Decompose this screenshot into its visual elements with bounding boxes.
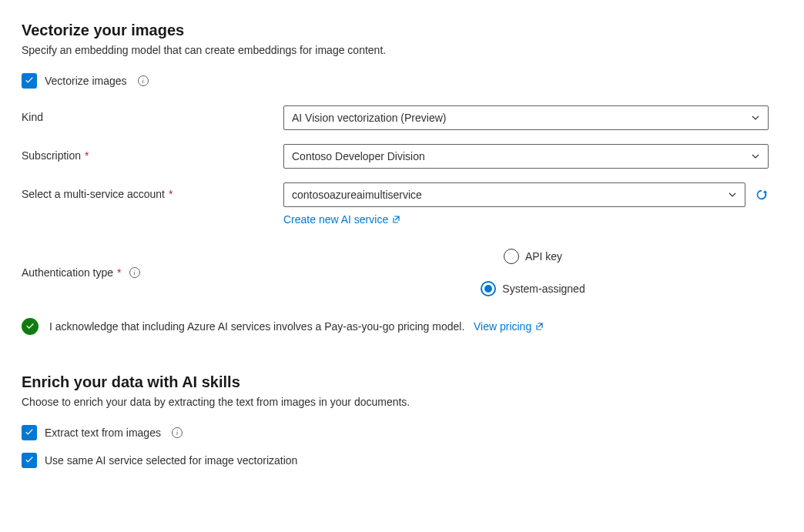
chevron-down-icon (751, 113, 760, 122)
radio-unchecked-icon (504, 249, 519, 264)
required-asterisk: * (85, 149, 89, 162)
subscription-label: Subscription (22, 149, 81, 162)
create-new-link-text: Create new AI service (283, 213, 388, 226)
kind-select[interactable]: AI Vision vectorization (Preview) (283, 105, 769, 130)
auth-radio-apikey[interactable]: API key (504, 249, 562, 264)
acknowledge-text: I acknowledge that including Azure AI se… (49, 320, 464, 333)
check-icon (24, 75, 35, 86)
section-heading-vectorize: Vectorize your images (22, 22, 782, 39)
multiservice-label: Select a multi-service account (22, 188, 165, 200)
multiservice-value: contosoazureaimultiservice (292, 189, 422, 201)
multiservice-select[interactable]: contosoazureaimultiservice (283, 182, 745, 207)
auth-apikey-label: API key (525, 250, 562, 263)
view-pricing-text: View pricing (474, 320, 531, 333)
check-icon (24, 455, 35, 466)
use-same-service-checkbox[interactable] (22, 453, 37, 468)
section-subtitle-vectorize: Specify an embedding model that can crea… (22, 44, 782, 56)
required-asterisk: * (117, 266, 121, 279)
info-icon[interactable]: i (138, 75, 149, 86)
vectorize-images-checkbox[interactable] (22, 73, 37, 89)
view-pricing-link[interactable]: View pricing (474, 320, 544, 333)
chevron-down-icon (728, 190, 737, 199)
auth-radio-system-assigned[interactable]: System-assigned (481, 281, 585, 296)
extract-text-checkbox[interactable] (22, 425, 37, 440)
external-link-icon (391, 215, 400, 224)
required-asterisk: * (169, 188, 173, 200)
kind-label: Kind (22, 111, 43, 123)
section-subtitle-enrich: Choose to enrich your data by extracting… (22, 396, 782, 408)
radio-checked-icon (481, 281, 496, 296)
kind-value: AI Vision vectorization (Preview) (292, 112, 446, 124)
extract-text-label: Extract text from images (45, 427, 161, 439)
info-icon[interactable]: i (129, 267, 140, 278)
external-link-icon (534, 322, 544, 331)
subscription-value: Contoso Developer Division (292, 150, 425, 162)
vectorize-images-label: Vectorize images (45, 75, 127, 87)
check-icon (24, 427, 35, 438)
create-new-ai-service-link[interactable]: Create new AI service (283, 213, 769, 226)
subscription-select[interactable]: Contoso Developer Division (283, 144, 769, 169)
info-icon[interactable]: i (172, 427, 183, 438)
refresh-icon[interactable] (755, 188, 769, 202)
acknowledge-check-icon (22, 318, 39, 335)
chevron-down-icon (751, 152, 760, 161)
auth-sysassigned-label: System-assigned (502, 283, 585, 295)
auth-type-label: Authentication type (22, 266, 113, 279)
section-heading-enrich: Enrich your data with AI skills (22, 373, 782, 391)
use-same-service-label: Use same AI service selected for image v… (45, 454, 297, 467)
